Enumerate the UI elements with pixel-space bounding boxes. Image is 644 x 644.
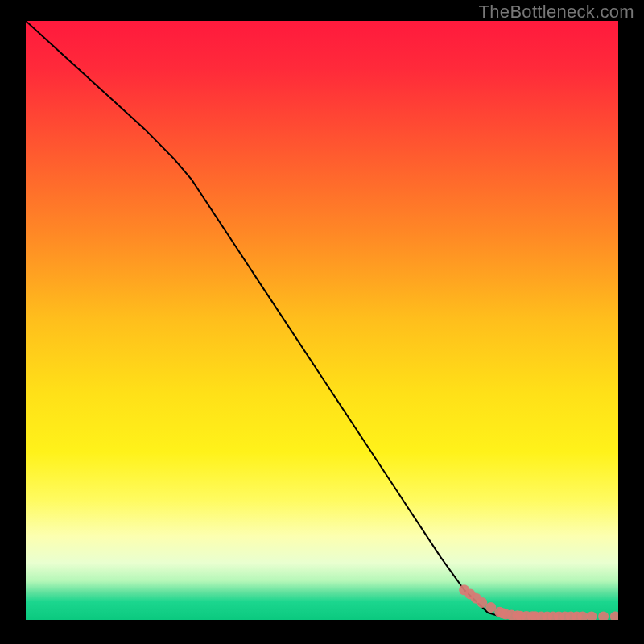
gradient-background: [26, 21, 618, 620]
scatter-point: [485, 602, 496, 613]
scatter-point: [477, 597, 487, 608]
chart-svg: [26, 21, 618, 620]
watermark-text: TheBottleneck.com: [479, 2, 634, 23]
chart-frame: TheBottleneck.com: [0, 0, 644, 644]
plot-area: [26, 21, 618, 620]
